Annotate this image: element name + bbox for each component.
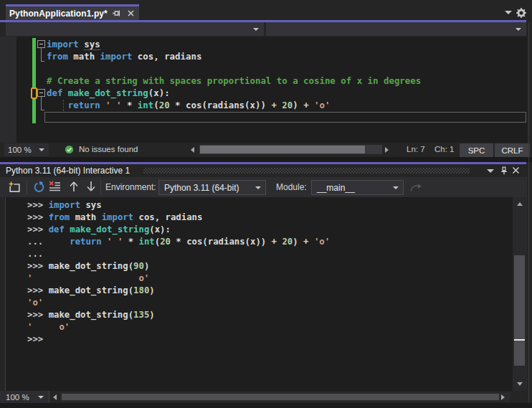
environment-dropdown-chevron-icon [255,186,261,189]
collapse-toggle-def[interactable] [37,89,45,97]
status-column-number: Ch: 1 [434,145,455,153]
editor-status-bar: 100 % No issues found Ln: 7 Ch: 1 SPC CR… [0,143,532,157]
hscroll-left-arrow[interactable] [191,147,194,153]
issues-status-text[interactable]: No issues found [79,145,138,153]
history-next-icon[interactable] [85,180,97,193]
gear-icon[interactable] [516,7,527,19]
environment-dropdown-value: Python 3.11 (64-bit) [164,183,239,193]
repl-hscroll-right-arrow[interactable] [501,394,505,400]
editor-code-text: import sysfrom math import cos, radians#… [47,38,421,123]
pin-icon[interactable] [112,9,121,18]
interactive-zoom-dropdown[interactable]: 100 % [0,391,49,403]
status-line-ending-toggle[interactable]: CRLF [495,143,530,157]
vscroll-down-arrow[interactable] [517,382,523,386]
interactive-title: Python 3.11 (64-bit) Interactive 1 [6,166,130,176]
navbar-project-chevron-icon [253,28,259,31]
current-line-highlight [44,112,526,123]
clear-all-icon[interactable] [49,181,61,193]
visual-studio-window: PythonApplication1.py* [0,0,532,408]
interactive-zoom-chevron-icon [38,396,44,399]
collapse-minus-glyph [39,92,43,93]
new-interactive-window-icon[interactable] [8,181,21,194]
module-label: Module: [276,182,307,192]
reset-icon[interactable] [33,181,45,193]
title-bar-grip [143,168,470,174]
document-list-chevron-icon[interactable] [505,11,512,14]
outline-guide-imports-foot [41,61,44,62]
redo-icon[interactable] [409,181,423,192]
collapse-toggle-imports[interactable] [37,40,45,48]
window-position-chevron-icon[interactable] [487,169,494,173]
outline-guide-imports [41,48,42,61]
change-tracking-bar [32,38,36,123]
vscroll-up-arrow[interactable] [517,202,523,206]
hscroll-right-arrow[interactable] [385,147,389,153]
tab-title: PythonApplication1.py* [9,9,108,19]
interactive-repl[interactable]: >>> import sys>>> from math import cos, … [0,197,527,391]
status-spaces-toggle[interactable]: SPC [460,143,493,157]
outline-guide-def-foot [41,110,44,110]
repl-vscrollbar[interactable] [513,197,527,391]
outline-guide-def [41,97,42,110]
status-line-number: Ln: 7 [407,145,425,153]
window-gap [0,157,532,162]
editor-indicator-margin [0,37,16,143]
collapse-minus-glyph [39,44,43,44]
module-dropdown-chevron-icon [393,186,399,189]
status-spaces-label: SPC [468,146,485,155]
status-line-ending-label: CRLF [501,146,523,155]
tab-pythonapplication1[interactable]: PythonApplication1.py* [6,4,139,20]
repl-vscrollbar-thumb[interactable] [514,255,525,366]
editor-zoom-chevron-icon [39,148,44,151]
navbar-member-dropdown[interactable] [266,22,526,36]
editor-zoom-value: 100 % [8,146,32,154]
environment-label: Environment: [105,182,156,192]
pin-icon[interactable] [500,166,508,175]
interactive-title-bar[interactable]: Python 3.11 (64-bit) Interactive 1 [0,164,532,177]
interactive-bottom-bar: 100 % [0,391,532,403]
bottom-gap [0,403,532,408]
repl-code-text: >>> import sys>>> from math import cos, … [27,199,330,346]
repl-hscrollbar[interactable] [60,392,510,402]
environment-dropdown[interactable]: Python 3.11 (64-bit) [158,180,266,195]
navbar-member-chevron-icon [516,28,521,31]
navigation-bar [0,22,532,37]
toolbar-separator [27,180,27,194]
module-dropdown-value: __main__ [317,183,355,193]
interactive-toolbar: Environment: Python 3.11 (64-bit) Module… [0,177,527,197]
code-editor[interactable]: import sysfrom math import cos, radians#… [0,37,527,143]
check-circle-icon [65,145,74,154]
repl-left-margin [0,197,6,391]
close-icon[interactable] [512,166,520,174]
window-right-edge [528,22,529,403]
vscroll-caret-marker [514,339,525,341]
repl-hscrollbar-thumb[interactable] [62,394,499,400]
history-previous-icon[interactable] [68,180,80,193]
navbar-project-dropdown[interactable] [6,22,264,36]
interactive-zoom-value: 100 % [6,393,29,402]
editor-zoom-dropdown[interactable]: 100 % [4,143,49,156]
document-tab-bar: PythonApplication1.py* [0,0,532,20]
repl-hscroll-left-arrow[interactable] [53,394,57,400]
close-icon[interactable] [128,10,134,16]
editor-hscrollbar-thumb[interactable] [200,146,365,153]
editor-hscrollbar[interactable] [199,145,382,154]
toolbar-separator [100,180,101,194]
caret-change-marker [31,87,37,99]
module-dropdown[interactable]: __main__ [311,180,404,195]
